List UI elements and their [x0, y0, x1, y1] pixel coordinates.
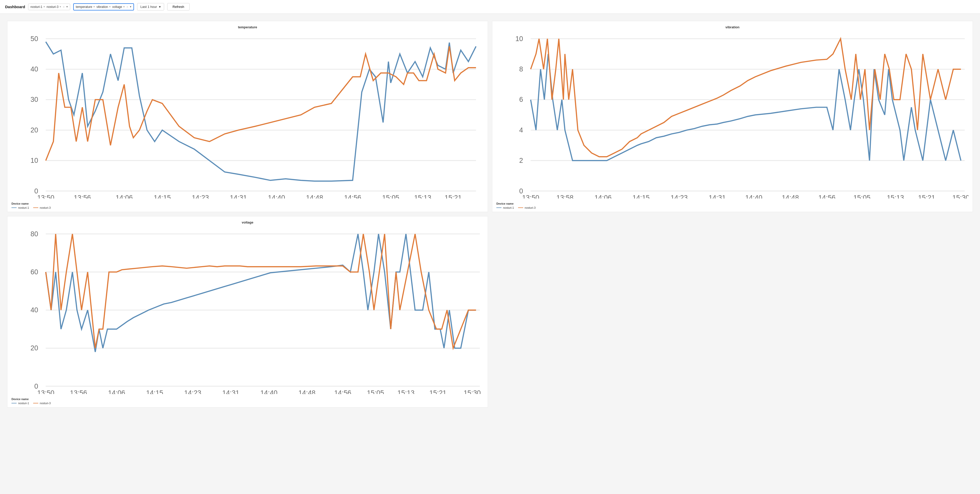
- svg-text:14:40: 14:40: [268, 194, 285, 199]
- temperature-legend-nosturi1-label: nosturi-1: [18, 206, 29, 209]
- svg-text:20: 20: [30, 345, 38, 352]
- svg-text:14:48: 14:48: [298, 389, 315, 394]
- temperature-legend-nosturi3: nosturi-3: [33, 206, 51, 209]
- voltage-legend-nosturi3: nosturi-3: [33, 402, 51, 405]
- metric-tag-temperature-label: temperature: [76, 5, 92, 9]
- metric-tag-vibration-label: vibration: [97, 5, 108, 9]
- voltage-chart-panel: voltage 80 60 40 20 0 13:50 13:56 14:06 …: [7, 216, 488, 407]
- metric-tag-vibration-close[interactable]: ×: [109, 5, 110, 8]
- voltage-chart-area: 80 60 40 20 0 13:50 13:56 14:06 14:15 14…: [11, 226, 484, 394]
- svg-text:15:05: 15:05: [367, 389, 384, 394]
- svg-text:13:56: 13:56: [70, 389, 87, 394]
- metric-tag-temperature: temperature ×: [76, 5, 95, 9]
- vibration-legend-nosturi3-label: nosturi-3: [525, 206, 536, 209]
- device-filter-chevron[interactable]: ▾: [66, 5, 68, 8]
- temperature-chart-svg: 50 40 30 20 10 0 13:50 13:56 14:06 14:15…: [11, 31, 484, 199]
- svg-text:30: 30: [30, 96, 38, 103]
- svg-text:14:56: 14:56: [818, 194, 835, 199]
- svg-text:14:15: 14:15: [146, 389, 163, 394]
- metric-tag-voltage: voltage ×: [112, 5, 125, 9]
- svg-text:14:56: 14:56: [334, 389, 351, 394]
- voltage-legend: Device name nosturi-1 nosturi-3: [11, 396, 484, 405]
- voltage-chart-title: voltage: [11, 221, 484, 224]
- svg-text:13:58: 13:58: [556, 194, 573, 199]
- svg-text:14:15: 14:15: [632, 194, 649, 199]
- temperature-legend-nosturi3-line: [33, 207, 38, 208]
- svg-text:50: 50: [30, 35, 38, 43]
- device-tag-nosturi3: nosturi-3 ×: [46, 5, 61, 9]
- vibration-legend-title: Device name: [496, 202, 969, 205]
- svg-text:14:31: 14:31: [709, 194, 726, 199]
- vibration-legend-nosturi1-label: nosturi-1: [503, 206, 514, 209]
- svg-text:15:13: 15:13: [397, 389, 414, 394]
- svg-text:13:50: 13:50: [522, 194, 539, 199]
- svg-text:13:50: 13:50: [37, 194, 54, 199]
- temperature-chart-area: 50 40 30 20 10 0 13:50 13:56 14:06 14:15…: [11, 31, 484, 199]
- vibration-legend-nosturi1: nosturi-1: [496, 206, 514, 209]
- temperature-legend-nosturi1-line: [11, 207, 17, 208]
- svg-text:14:48: 14:48: [306, 194, 323, 199]
- time-selector[interactable]: Last 1 hour ▾: [137, 3, 164, 11]
- svg-text:40: 40: [30, 307, 38, 314]
- header: Dashboard nosturi-1 × nosturi-3 × × ▾ te…: [0, 0, 980, 14]
- metric-filter-chevron[interactable]: ▾: [130, 5, 131, 8]
- voltage-chart-svg: 80 60 40 20 0 13:50 13:56 14:06 14:15 14…: [11, 226, 484, 394]
- vibration-legend-items: nosturi-1 nosturi-3: [496, 206, 969, 209]
- device-filter-group: nosturi-1 × nosturi-3 × × ▾: [28, 3, 70, 10]
- svg-text:14:31: 14:31: [222, 389, 239, 394]
- metric-tag-vibration: vibration ×: [97, 5, 111, 9]
- time-selector-chevron: ▾: [159, 5, 161, 9]
- metric-filter-separator: ×: [126, 5, 128, 9]
- svg-text:14:40: 14:40: [745, 194, 762, 199]
- svg-text:14:40: 14:40: [260, 389, 277, 394]
- svg-text:14:06: 14:06: [594, 194, 611, 199]
- vibration-legend-nosturi3-line: [518, 207, 523, 208]
- voltage-legend-items: nosturi-1 nosturi-3: [11, 402, 484, 405]
- voltage-legend-nosturi3-line: [33, 403, 38, 403]
- device-filter-separator: ×: [63, 5, 65, 9]
- svg-text:15:30: 15:30: [464, 389, 481, 394]
- temperature-chart-panel: temperature 50 40 30 20 10 0 13:50 13:56: [7, 21, 488, 212]
- svg-text:14:06: 14:06: [108, 389, 125, 394]
- dashboard-title: Dashboard: [5, 5, 25, 9]
- svg-text:14:31: 14:31: [230, 194, 247, 199]
- svg-text:0: 0: [35, 187, 38, 195]
- vibration-chart-svg: 10 8 6 4 2 0 13:50 13:58 14:06 14:15 14:…: [496, 31, 969, 199]
- vibration-chart-area: 10 8 6 4 2 0 13:50 13:58 14:06 14:15 14:…: [496, 31, 969, 199]
- voltage-legend-nosturi3-label: nosturi-3: [40, 402, 51, 405]
- svg-text:6: 6: [519, 96, 523, 103]
- empty-panel: [492, 216, 973, 407]
- svg-text:14:23: 14:23: [192, 194, 209, 199]
- svg-text:20: 20: [30, 126, 38, 134]
- metric-tag-temperature-close[interactable]: ×: [94, 5, 95, 8]
- device-tag-nosturi1-close[interactable]: ×: [43, 5, 45, 8]
- charts-container: temperature 50 40 30 20 10 0 13:50 13:56: [0, 14, 980, 415]
- svg-text:13:56: 13:56: [74, 194, 91, 199]
- vibration-chart-title: vibration: [496, 25, 969, 29]
- svg-text:14:23: 14:23: [671, 194, 688, 199]
- svg-text:15:21: 15:21: [429, 389, 446, 394]
- metric-tag-voltage-close[interactable]: ×: [123, 5, 124, 8]
- time-selector-label: Last 1 hour: [140, 5, 157, 9]
- svg-text:10: 10: [515, 35, 523, 43]
- metric-tag-voltage-label: voltage: [112, 5, 122, 9]
- vibration-legend-nosturi3: nosturi-3: [518, 206, 536, 209]
- svg-text:10: 10: [30, 157, 38, 164]
- voltage-legend-nosturi1-line: [11, 403, 17, 403]
- svg-text:15:13: 15:13: [414, 194, 431, 199]
- svg-text:14:48: 14:48: [782, 194, 799, 199]
- svg-text:8: 8: [519, 65, 523, 73]
- svg-text:80: 80: [30, 230, 38, 238]
- refresh-button[interactable]: Refresh: [167, 3, 189, 11]
- svg-text:0: 0: [35, 383, 38, 390]
- temperature-legend-title: Device name: [11, 202, 484, 205]
- svg-text:14:15: 14:15: [154, 194, 171, 199]
- device-tag-nosturi1: nosturi-1 ×: [30, 5, 45, 9]
- svg-text:15:21: 15:21: [918, 194, 935, 199]
- svg-text:15:05: 15:05: [853, 194, 870, 199]
- svg-text:4: 4: [519, 126, 523, 134]
- temperature-chart-title: temperature: [11, 25, 484, 29]
- temperature-legend-nosturi1: nosturi-1: [11, 206, 29, 209]
- device-tag-nosturi3-label: nosturi-3: [46, 5, 59, 9]
- device-tag-nosturi3-close[interactable]: ×: [59, 5, 61, 8]
